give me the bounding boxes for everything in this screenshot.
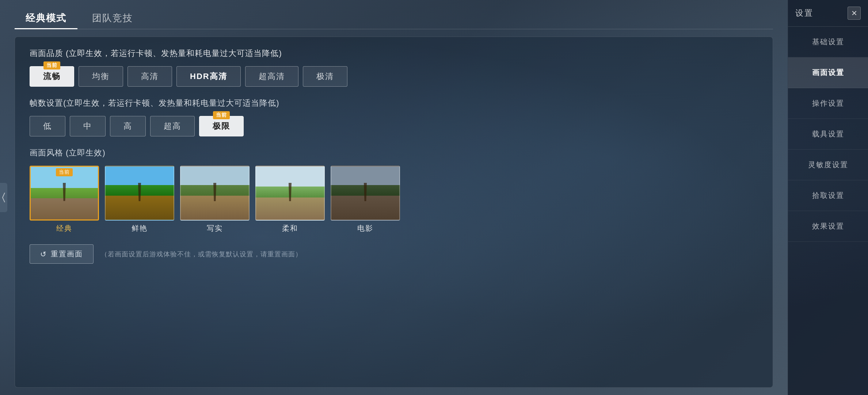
sidebar-item-vehicle[interactable]: 载具设置 bbox=[788, 119, 868, 150]
style-current-badge: 当前 bbox=[56, 168, 73, 176]
reset-hint: （若画面设置后游戏体验不佳，或需恢复默认设置，请重置画面） bbox=[101, 250, 302, 259]
quality-btn-hdr[interactable]: HDR高清 bbox=[176, 66, 241, 87]
fps-btn-high[interactable]: 高 bbox=[110, 116, 146, 136]
quality-current-badge: 当前 bbox=[43, 61, 60, 69]
tabs-row: 经典模式 团队竞技 bbox=[15, 7, 773, 29]
fps-btn-low[interactable]: 低 bbox=[30, 116, 65, 136]
style-thumb-img-cinema bbox=[331, 166, 400, 221]
style-thumb-img-vivid bbox=[105, 166, 174, 221]
fps-buttons: 低 中 高 超高 当前 极限 bbox=[30, 116, 758, 136]
left-edge-button[interactable] bbox=[0, 183, 7, 212]
quality-btn-smooth[interactable]: 当前 流畅 bbox=[30, 66, 74, 87]
sidebar-item-pickup[interactable]: 拾取设置 bbox=[788, 180, 868, 211]
style-thumb-img-soft bbox=[255, 166, 325, 221]
sidebar-item-basic[interactable]: 基础设置 bbox=[788, 27, 868, 57]
style-thumb-vivid[interactable]: 鲜艳 bbox=[105, 166, 174, 233]
quality-section-title: 画面品质 (立即生效，若运行卡顿、发热量和耗电量过大可适当降低) bbox=[30, 48, 758, 59]
quality-btn-hd[interactable]: 高清 bbox=[127, 66, 172, 87]
close-icon: ✕ bbox=[851, 9, 857, 18]
sidebar: 设置 ✕ 基础设置 画面设置 操作设置 载具设置 灵敏度设置 拾取设置 效果设置 bbox=[788, 0, 868, 395]
fps-btn-mid[interactable]: 中 bbox=[70, 116, 106, 136]
reset-button[interactable]: ↺ 重置画面 bbox=[30, 244, 94, 264]
sidebar-header: 设置 ✕ bbox=[788, 0, 868, 27]
quality-buttons: 当前 流畅 均衡 高清 HDR高清 超高清 极清 bbox=[30, 66, 758, 87]
quality-btn-balanced[interactable]: 均衡 bbox=[79, 66, 123, 87]
sidebar-item-effects[interactable]: 效果设置 bbox=[788, 211, 868, 242]
reset-row: ↺ 重置画面 （若画面设置后游戏体验不佳，或需恢复默认设置，请重置画面） bbox=[30, 244, 758, 264]
quality-btn-extreme-q[interactable]: 极清 bbox=[303, 66, 347, 87]
style-thumbnails: 当前 经典 鲜艳 写实 柔和 bbox=[30, 166, 758, 233]
sidebar-item-graphics[interactable]: 画面设置 bbox=[788, 57, 868, 88]
settings-panel: 画面品质 (立即生效，若运行卡顿、发热量和耗电量过大可适当降低) 当前 流畅 均… bbox=[15, 37, 773, 388]
tab-team[interactable]: 团队竞技 bbox=[81, 7, 144, 29]
style-label-vivid: 鲜艳 bbox=[132, 223, 148, 233]
style-thumb-img-classic: 当前 bbox=[30, 166, 99, 221]
style-section-title: 画面风格 (立即生效) bbox=[30, 147, 758, 158]
reset-icon: ↺ bbox=[40, 250, 47, 259]
sidebar-item-control[interactable]: 操作设置 bbox=[788, 88, 868, 119]
fps-section-title: 帧数设置(立即生效，若运行卡顿、发热量和耗电量过大可适当降低) bbox=[30, 98, 758, 109]
close-button[interactable]: ✕ bbox=[848, 7, 861, 20]
quality-btn-ultra[interactable]: 超高清 bbox=[245, 66, 298, 87]
style-thumb-classic[interactable]: 当前 经典 bbox=[30, 166, 99, 233]
style-thumb-soft[interactable]: 柔和 bbox=[255, 166, 325, 233]
sidebar-title: 设置 bbox=[795, 8, 814, 19]
fps-btn-extreme[interactable]: 当前 极限 bbox=[199, 116, 244, 136]
style-thumb-cinema[interactable]: 电影 bbox=[331, 166, 400, 233]
tab-classic[interactable]: 经典模式 bbox=[15, 7, 77, 29]
main-container: 经典模式 团队竞技 画面品质 (立即生效，若运行卡顿、发热量和耗电量过大可适当降… bbox=[0, 0, 868, 395]
fps-btn-ultra-high[interactable]: 超高 bbox=[150, 116, 195, 136]
content-area: 经典模式 团队竞技 画面品质 (立即生效，若运行卡顿、发热量和耗电量过大可适当降… bbox=[0, 0, 788, 395]
style-thumb-realistic[interactable]: 写实 bbox=[180, 166, 250, 233]
sidebar-item-sensitivity[interactable]: 灵敏度设置 bbox=[788, 150, 868, 180]
style-label-classic: 经典 bbox=[56, 223, 72, 233]
fps-current-badge: 当前 bbox=[213, 111, 230, 119]
style-thumb-img-realistic bbox=[180, 166, 250, 221]
style-label-soft: 柔和 bbox=[282, 223, 298, 233]
reset-button-label: 重置画面 bbox=[51, 249, 83, 259]
style-label-realistic: 写实 bbox=[207, 223, 223, 233]
style-label-cinema: 电影 bbox=[357, 223, 373, 233]
sidebar-menu: 基础设置 画面设置 操作设置 载具设置 灵敏度设置 拾取设置 效果设置 bbox=[788, 27, 868, 395]
